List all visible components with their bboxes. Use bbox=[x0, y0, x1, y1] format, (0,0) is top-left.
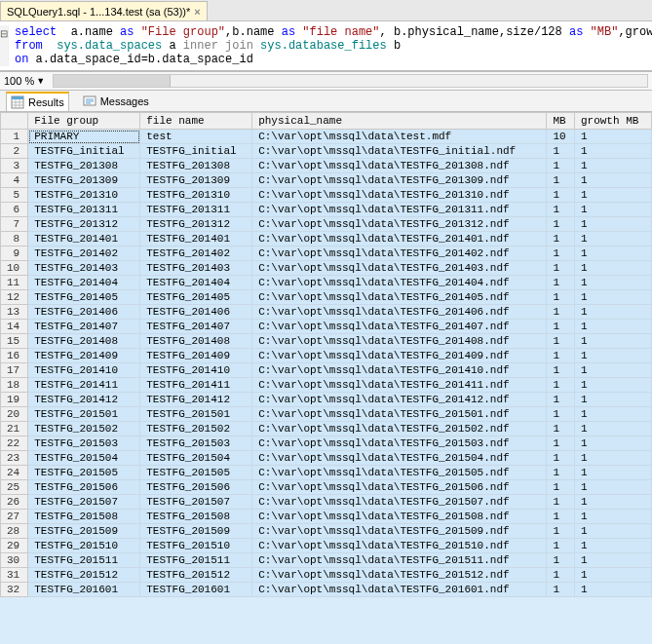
cell[interactable]: 1 bbox=[547, 553, 575, 568]
cell[interactable]: 1 bbox=[574, 422, 651, 436]
cell[interactable]: C:\var\opt\mssql\data\TESTFG_201401.ndf bbox=[252, 232, 547, 246]
table-row[interactable]: 31TESTFG_201512TESTFG_201512C:\var\opt\m… bbox=[1, 568, 652, 583]
cell[interactable]: 1 bbox=[574, 334, 651, 349]
cell[interactable]: TESTFG_201312 bbox=[28, 217, 140, 232]
column-header[interactable]: growth MB bbox=[574, 113, 651, 130]
cell[interactable]: 1 bbox=[547, 305, 575, 320]
cell[interactable]: 1 bbox=[547, 524, 575, 539]
cell[interactable]: TESTFG_201405 bbox=[28, 290, 140, 305]
cell[interactable]: TESTFG_201311 bbox=[140, 203, 252, 217]
cell[interactable]: 1 bbox=[547, 276, 575, 290]
table-row[interactable]: 5TESTFG_201310TESTFG_201310C:\var\opt\ms… bbox=[1, 188, 652, 203]
tab-messages[interactable]: Messages bbox=[79, 93, 153, 110]
cell[interactable]: 1 bbox=[574, 159, 651, 173]
cell[interactable]: C:\var\opt\mssql\data\TESTFG_201501.ndf bbox=[252, 407, 547, 422]
editor-tab[interactable]: SQLQuery1.sql - 1...134.test (sa (53))* … bbox=[0, 1, 208, 20]
table-row[interactable]: 27TESTFG_201508TESTFG_201508C:\var\opt\m… bbox=[1, 510, 652, 524]
cell[interactable]: 1 bbox=[574, 539, 651, 553]
cell[interactable]: 1 bbox=[574, 363, 651, 378]
cell[interactable]: TESTFG_201601 bbox=[140, 583, 252, 597]
cell[interactable]: C:\var\opt\mssql\data\TESTFG_201409.ndf bbox=[252, 349, 547, 363]
row-number[interactable]: 25 bbox=[1, 480, 28, 495]
cell[interactable]: 1 bbox=[547, 466, 575, 480]
cell[interactable]: C:\var\opt\mssql\data\TESTFG_initial.ndf bbox=[252, 144, 547, 159]
cell[interactable]: 1 bbox=[547, 334, 575, 349]
cell[interactable]: PRIMARY bbox=[28, 130, 140, 144]
cell[interactable]: C:\var\opt\mssql\data\TESTFG_201403.ndf bbox=[252, 261, 547, 276]
cell[interactable]: TESTFG_201505 bbox=[28, 466, 140, 480]
cell[interactable]: TESTFG_201502 bbox=[28, 422, 140, 436]
results-grid[interactable]: File groupfile namephysical_nameMBgrowth… bbox=[0, 112, 652, 597]
table-row[interactable]: 3TESTFG_201308TESTFG_201308C:\var\opt\ms… bbox=[1, 159, 652, 173]
row-number[interactable]: 29 bbox=[1, 539, 28, 553]
cell[interactable]: 1 bbox=[547, 203, 575, 217]
cell[interactable]: 1 bbox=[574, 466, 651, 480]
cell[interactable]: C:\var\opt\mssql\data\TESTFG_201404.ndf bbox=[252, 276, 547, 290]
cell[interactable]: TESTFG_201507 bbox=[28, 495, 140, 510]
cell[interactable]: TESTFG_201407 bbox=[140, 320, 252, 334]
cell[interactable]: TESTFG_201506 bbox=[140, 480, 252, 495]
cell[interactable]: 1 bbox=[574, 436, 651, 451]
cell[interactable]: 1 bbox=[574, 320, 651, 334]
scrollbar-thumb[interactable] bbox=[54, 75, 171, 87]
row-number[interactable]: 21 bbox=[1, 422, 28, 436]
row-number[interactable]: 19 bbox=[1, 393, 28, 407]
cell[interactable]: 1 bbox=[574, 290, 651, 305]
cell[interactable]: 1 bbox=[574, 261, 651, 276]
column-header[interactable]: file name bbox=[140, 113, 252, 130]
row-number[interactable]: 27 bbox=[1, 510, 28, 524]
cell[interactable]: 1 bbox=[547, 261, 575, 276]
row-number[interactable]: 15 bbox=[1, 334, 28, 349]
cell[interactable]: TESTFG_201504 bbox=[28, 451, 140, 466]
row-number[interactable]: 12 bbox=[1, 290, 28, 305]
row-number[interactable]: 16 bbox=[1, 349, 28, 363]
cell[interactable]: TESTFG_201411 bbox=[140, 378, 252, 393]
cell[interactable]: TESTFG_201404 bbox=[140, 276, 252, 290]
cell[interactable]: TESTFG_201309 bbox=[140, 173, 252, 188]
row-number[interactable]: 31 bbox=[1, 568, 28, 583]
column-header[interactable]: physical_name bbox=[252, 113, 547, 130]
table-row[interactable]: 20TESTFG_201501TESTFG_201501C:\var\opt\m… bbox=[1, 407, 652, 422]
cell[interactable]: 1 bbox=[574, 583, 651, 597]
tab-results[interactable]: Results bbox=[6, 92, 69, 111]
table-row[interactable]: 30TESTFG_201511TESTFG_201511C:\var\opt\m… bbox=[1, 553, 652, 568]
cell[interactable]: TESTFG_201309 bbox=[28, 173, 140, 188]
cell[interactable]: TESTFG_201511 bbox=[140, 553, 252, 568]
cell[interactable]: C:\var\opt\mssql\data\TESTFG_201506.ndf bbox=[252, 480, 547, 495]
cell[interactable]: 1 bbox=[574, 407, 651, 422]
outline-toggle-icon[interactable]: ⊟ bbox=[0, 27, 8, 41]
row-number[interactable]: 14 bbox=[1, 320, 28, 334]
cell[interactable]: 1 bbox=[574, 173, 651, 188]
row-number[interactable]: 32 bbox=[1, 583, 28, 597]
cell[interactable]: TESTFG_201511 bbox=[28, 553, 140, 568]
cell[interactable]: C:\var\opt\mssql\data\TESTFG_201410.ndf bbox=[252, 363, 547, 378]
cell[interactable]: C:\var\opt\mssql\data\TESTFG_201511.ndf bbox=[252, 553, 547, 568]
table-row[interactable]: 7TESTFG_201312TESTFG_201312C:\var\opt\ms… bbox=[1, 217, 652, 232]
cell[interactable]: 1 bbox=[547, 510, 575, 524]
cell[interactable]: 1 bbox=[574, 451, 651, 466]
cell[interactable]: TESTFG_201510 bbox=[140, 539, 252, 553]
table-row[interactable]: 8TESTFG_201401TESTFG_201401C:\var\opt\ms… bbox=[1, 232, 652, 246]
table-row[interactable]: 26TESTFG_201507TESTFG_201507C:\var\opt\m… bbox=[1, 495, 652, 510]
row-number[interactable]: 13 bbox=[1, 305, 28, 320]
cell[interactable]: 1 bbox=[574, 130, 651, 144]
cell[interactable]: C:\var\opt\mssql\data\TESTFG_201312.ndf bbox=[252, 217, 547, 232]
cell[interactable]: 1 bbox=[547, 217, 575, 232]
table-row[interactable]: 16TESTFG_201409TESTFG_201409C:\var\opt\m… bbox=[1, 349, 652, 363]
cell[interactable]: 1 bbox=[574, 378, 651, 393]
cell[interactable]: 1 bbox=[574, 510, 651, 524]
cell[interactable]: TESTFG_201401 bbox=[140, 232, 252, 246]
cell[interactable]: TESTFG_201311 bbox=[28, 203, 140, 217]
cell[interactable]: 1 bbox=[574, 217, 651, 232]
cell[interactable]: 1 bbox=[547, 393, 575, 407]
cell[interactable]: TESTFG_initial bbox=[140, 144, 252, 159]
cell[interactable]: C:\var\opt\mssql\data\TESTFG_201512.ndf bbox=[252, 568, 547, 583]
row-number[interactable]: 26 bbox=[1, 495, 28, 510]
cell[interactable]: C:\var\opt\mssql\data\TESTFG_201406.ndf bbox=[252, 305, 547, 320]
table-row[interactable]: 28TESTFG_201509TESTFG_201509C:\var\opt\m… bbox=[1, 524, 652, 539]
cell[interactable]: TESTFG_201501 bbox=[28, 407, 140, 422]
cell[interactable]: 1 bbox=[574, 349, 651, 363]
cell[interactable]: C:\var\opt\mssql\data\TESTFG_201508.ndf bbox=[252, 510, 547, 524]
cell[interactable]: TESTFG_201509 bbox=[140, 524, 252, 539]
cell[interactable]: 1 bbox=[574, 276, 651, 290]
